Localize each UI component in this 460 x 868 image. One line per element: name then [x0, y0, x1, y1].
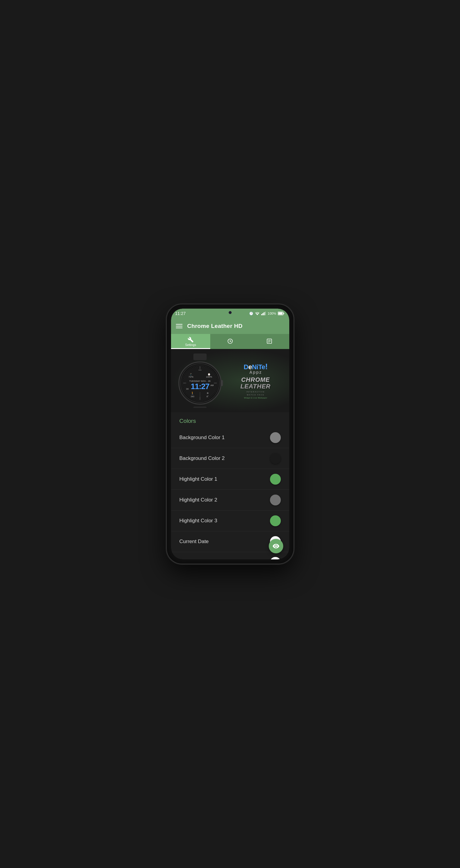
svg-rect-2	[264, 312, 264, 315]
setting-row-hl-color-2[interactable]: Highlight Color 2	[171, 490, 289, 510]
interactive-label: Interactive Watch Face	[227, 391, 284, 396]
svg-text:240: 240	[191, 396, 194, 398]
svg-rect-40	[193, 407, 207, 408]
setting-label-bg-color-1: Background Color 1	[179, 435, 225, 441]
tab-settings-label: Settings	[185, 343, 196, 347]
svg-text:100%: 100%	[206, 375, 212, 378]
svg-rect-5	[278, 313, 282, 315]
color-dot-hl-color-3[interactable]	[270, 516, 281, 526]
setting-label-hl-color-1: Highlight Color 1	[179, 476, 218, 482]
battery-percentage: 100%	[267, 312, 276, 315]
svg-rect-6	[283, 313, 284, 314]
svg-rect-13	[193, 353, 207, 360]
setting-label-hl-color-2: Highlight Color 2	[179, 497, 218, 503]
menu-button[interactable]	[176, 324, 182, 328]
brand-name: DeNiTe!	[227, 363, 284, 370]
svg-text:72%: 72%	[188, 375, 193, 378]
setting-label-current-date: Current Date	[179, 538, 209, 545]
svg-rect-0	[261, 314, 262, 315]
fab-icon	[272, 542, 280, 550]
color-dot-hl-color-1[interactable]	[270, 474, 281, 485]
fab-button[interactable]	[269, 539, 283, 553]
info-icon	[266, 338, 272, 344]
svg-rect-1	[262, 313, 263, 315]
setting-row-hl-color-3[interactable]: Highlight Color 3	[171, 510, 289, 531]
setting-row-bg-color-2[interactable]: Background Color 2	[171, 448, 289, 469]
product-name: CHROME LEATHER	[227, 376, 284, 390]
setting-row-bg-color-1[interactable]: Background Color 1	[171, 427, 289, 448]
setting-row-watch-battery[interactable]: Watch Battery	[171, 552, 289, 559]
app-title: Chrome Leather HD	[187, 323, 243, 330]
watch-face-image: 📱 72% ⌚ 100% TUESDAY NOV., 26 11:27 AM 3…	[176, 353, 224, 408]
setting-label-bg-color-2: Background Color 2	[179, 456, 225, 461]
tools-icon	[188, 337, 194, 343]
svg-text:8°: 8°	[206, 396, 208, 398]
svg-text:36: 36	[186, 388, 189, 390]
wifi-icon	[255, 312, 260, 315]
svg-text:11:27: 11:27	[191, 382, 209, 391]
phone-frame: 11:27 🕐 100%	[167, 304, 293, 564]
setting-row-hl-color-1[interactable]: Highlight Color 1	[171, 469, 289, 490]
widget-label: Widget & Live Wallpaper	[227, 397, 284, 399]
color-dot-bg-color-2[interactable]	[270, 453, 281, 464]
tab-info[interactable]	[250, 334, 289, 349]
setting-label-hl-color-3: Highlight Color 3	[179, 518, 218, 524]
color-dot-bg-color-1[interactable]	[270, 432, 281, 443]
alarm-icon: 🕐	[249, 312, 253, 315]
settings-container: Colors Background Color 1Background Colo…	[171, 412, 289, 559]
status-icons: 🕐 100%	[249, 312, 284, 315]
signal-icon	[261, 312, 266, 315]
color-dot-watch-battery[interactable]	[270, 557, 281, 559]
brand-area: DeNiTe! Appz CHROME LEATHER Interactive …	[224, 363, 284, 398]
tab-settings[interactable]: Settings	[171, 334, 210, 349]
camera-dot	[229, 311, 232, 314]
battery-icon	[278, 312, 284, 315]
phone-screen: 11:27 🕐 100%	[171, 309, 289, 559]
watch-preview: 📱 72% ⌚ 100% TUESDAY NOV., 26 11:27 AM 3…	[171, 349, 289, 412]
svg-rect-16	[221, 380, 223, 386]
app-bar: Chrome Leather HD	[171, 318, 289, 334]
svg-text:AM: AM	[210, 384, 213, 386]
status-time: 11:27	[175, 311, 186, 316]
colors-section-header: Colors	[171, 412, 289, 427]
svg-rect-3	[265, 312, 266, 315]
color-dot-hl-color-2[interactable]	[270, 495, 281, 505]
settings-list: Colors Background Color 1Background Colo…	[171, 412, 289, 559]
app-screen: 11:27 🕐 100%	[171, 309, 289, 559]
color-rows: Background Color 1Background Color 2High…	[171, 427, 289, 559]
tab-watchface[interactable]	[210, 334, 250, 349]
svg-text:☀: ☀	[206, 392, 209, 395]
tab-bar: Settings	[171, 334, 289, 349]
watchface-icon	[227, 338, 233, 344]
brand-appz: Appz	[227, 370, 284, 375]
svg-text:🚶: 🚶	[191, 391, 195, 395]
